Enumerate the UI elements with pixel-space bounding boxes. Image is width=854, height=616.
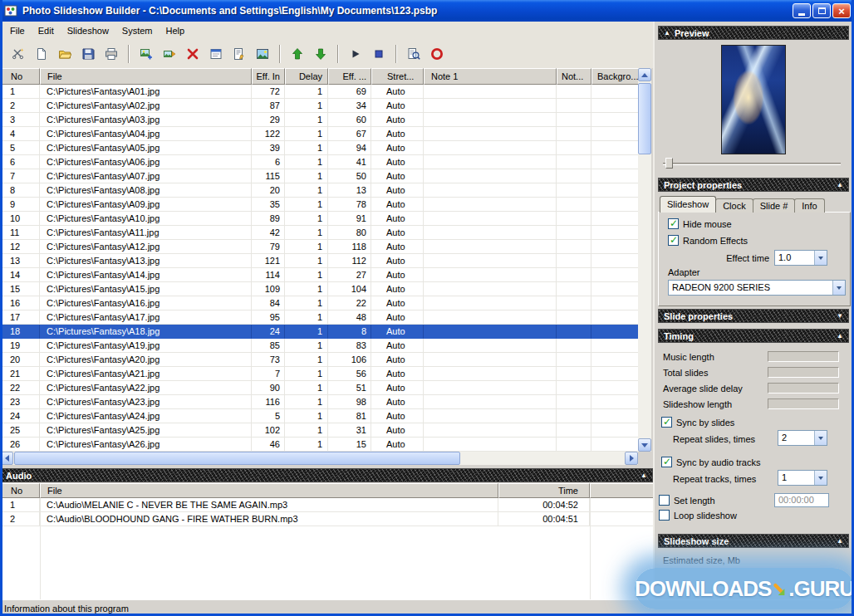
close-button[interactable]: ×: [832, 3, 851, 18]
audio-row[interactable]: 1C:\Audio\MELANIE C - NEVER BE THE SAME …: [0, 498, 653, 512]
abort-button[interactable]: [426, 44, 448, 64]
dropdown-arrow-icon[interactable]: [814, 251, 827, 265]
horizontal-scroll-thumb[interactable]: [14, 452, 460, 465]
new-slideshow-button[interactable]: [31, 44, 52, 64]
slide-row[interactable]: 25C:\Pictures\Fantasy\A25.jpg102131Auto: [0, 423, 638, 438]
slide-row[interactable]: 5C:\Pictures\Fantasy\A05.jpg39194Auto: [0, 141, 638, 155]
tab-slideshow[interactable]: Slideshow: [660, 196, 716, 213]
column-header-delay[interactable]: Delay: [285, 68, 328, 85]
tab-clock[interactable]: Clock: [715, 198, 753, 213]
audio-column-header-file[interactable]: File: [40, 483, 498, 498]
repeat-tracks-combo[interactable]: 1: [778, 470, 827, 486]
capture-image-button[interactable]: [159, 44, 180, 64]
maximize-button[interactable]: [812, 3, 831, 18]
repeat-slides-combo[interactable]: 2: [778, 430, 827, 446]
preview-button[interactable]: [403, 44, 425, 64]
slide-row[interactable]: 21C:\Pictures\Fantasy\A21.jpg7156Auto: [0, 367, 638, 381]
column-header-note1[interactable]: Note 1: [424, 68, 557, 85]
slide-row[interactable]: 7C:\Pictures\Fantasy\A07.jpg115150Auto: [0, 169, 638, 183]
slide-row[interactable]: 3C:\Pictures\Fantasy\A03.jpg29160Auto: [0, 113, 638, 127]
slideshow-size-header[interactable]: Slideshow size ▲: [658, 534, 849, 548]
slide-row[interactable]: 15C:\Pictures\Fantasy\A15.jpg1091104Auto: [0, 282, 638, 296]
slider-thumb[interactable]: [665, 158, 673, 169]
preview-slider[interactable]: [663, 156, 841, 169]
loop-slideshow-checkbox[interactable]: [659, 510, 670, 521]
slide-row[interactable]: 17C:\Pictures\Fantasy\A17.jpg95148Auto: [0, 310, 638, 325]
slide-row[interactable]: 8C:\Pictures\Fantasy\A08.jpg20113Auto: [0, 183, 638, 198]
add-images-button[interactable]: [135, 44, 157, 64]
slide-row[interactable]: 19C:\Pictures\Fantasy\A19.jpg85183Auto: [0, 339, 638, 353]
slide-row[interactable]: 22C:\Pictures\Fantasy\A22.jpg90151Auto: [0, 381, 638, 395]
save-button[interactable]: [77, 44, 99, 64]
column-header-stretch[interactable]: Stret...: [371, 68, 424, 85]
set-length-checkbox[interactable]: [659, 495, 670, 506]
minimize-button[interactable]: [793, 3, 811, 18]
menu-file[interactable]: File: [3, 23, 32, 38]
slide-row[interactable]: 1C:\Pictures\Fantasy\A01.jpg72169Auto: [0, 85, 638, 99]
scroll-down-button[interactable]: [638, 438, 651, 452]
dropdown-arrow-icon[interactable]: [832, 281, 845, 295]
timing-header[interactable]: Timing ▲: [658, 329, 849, 343]
vertical-scrollbar[interactable]: [638, 68, 651, 452]
audio-section-header[interactable]: Audio ▲: [0, 468, 653, 482]
slide-row[interactable]: 20C:\Pictures\Fantasy\A20.jpg731106Auto: [0, 353, 638, 367]
slide-row[interactable]: 2C:\Pictures\Fantasy\A02.jpg87134Auto: [0, 99, 638, 113]
dropdown-arrow-icon[interactable]: [814, 471, 827, 485]
slide-row[interactable]: 23C:\Pictures\Fantasy\A23.jpg116198Auto: [0, 395, 638, 409]
dropdown-arrow-icon[interactable]: [814, 431, 827, 445]
column-header-eff_out[interactable]: Eff. ...: [328, 68, 371, 85]
column-header-background[interactable]: Backgro...: [591, 68, 638, 85]
play-button[interactable]: [345, 44, 366, 64]
slide-row[interactable]: 11C:\Pictures\Fantasy\A11.jpg42180Auto: [0, 226, 638, 240]
edit-notes-button[interactable]: [228, 44, 250, 64]
slide-properties-header[interactable]: Slide properties ▼: [658, 309, 849, 323]
menu-slideshow[interactable]: Slideshow: [61, 23, 115, 38]
menu-help[interactable]: Help: [160, 23, 192, 38]
audio-column-header-time[interactable]: Time: [498, 483, 590, 498]
slide-row[interactable]: 13C:\Pictures\Fantasy\A13.jpg1211112Auto: [0, 254, 638, 268]
move-up-button[interactable]: [287, 44, 308, 64]
effect-time-combo[interactable]: 1.0: [774, 250, 827, 266]
stop-button[interactable]: [368, 44, 390, 64]
column-header-no[interactable]: No: [0, 68, 40, 85]
menu-system[interactable]: System: [115, 23, 160, 38]
new-project-wizard-button[interactable]: [7, 44, 29, 64]
audio-row[interactable]: 2C:\Audio\BLOODHOUND GANG - FIRE WATHER …: [0, 512, 653, 526]
adapter-combo[interactable]: RADEON 9200 SERIES: [668, 280, 846, 296]
open-button[interactable]: [54, 44, 76, 64]
export-button[interactable]: [101, 44, 122, 64]
sync-by-slides-checkbox[interactable]: [661, 417, 672, 428]
tab-info[interactable]: Info: [794, 198, 824, 213]
slide-row[interactable]: 6C:\Pictures\Fantasy\A06.jpg6141Auto: [0, 155, 638, 169]
random-effects-checkbox[interactable]: [668, 235, 679, 246]
column-header-note2[interactable]: Not...: [557, 68, 591, 85]
audio-column-header-no[interactable]: No: [0, 483, 40, 498]
horizontal-scrollbar[interactable]: [0, 452, 638, 465]
slider-track[interactable]: [663, 163, 841, 165]
set-length-input[interactable]: 00:00:00: [774, 493, 829, 507]
slide-row[interactable]: 9C:\Pictures\Fantasy\A09.jpg35178Auto: [0, 198, 638, 212]
preview-header[interactable]: ▲ Preview: [658, 26, 849, 40]
set-background-button[interactable]: [252, 44, 273, 64]
slide-row[interactable]: 24C:\Pictures\Fantasy\A24.jpg5181Auto: [0, 409, 638, 423]
slide-row[interactable]: 12C:\Pictures\Fantasy\A12.jpg791118Auto: [0, 240, 638, 254]
slide-row[interactable]: 18C:\Pictures\Fantasy\A18.jpg2418Auto: [0, 325, 638, 339]
hide-mouse-checkbox[interactable]: [668, 218, 679, 229]
column-header-eff_in[interactable]: Eff. In: [252, 68, 285, 85]
slide-row[interactable]: 16C:\Pictures\Fantasy\A16.jpg84122Auto: [0, 296, 638, 310]
slide-row[interactable]: 4C:\Pictures\Fantasy\A04.jpg122167Auto: [0, 127, 638, 141]
menu-edit[interactable]: Edit: [32, 23, 61, 38]
image-properties-button[interactable]: [205, 44, 227, 64]
tab-slide[interactable]: Slide #: [753, 198, 796, 213]
scroll-up-button[interactable]: [638, 68, 651, 81]
slide-row[interactable]: 14C:\Pictures\Fantasy\A14.jpg114127Auto: [0, 268, 638, 282]
slide-row[interactable]: 10C:\Pictures\Fantasy\A10.jpg89191Auto: [0, 212, 638, 226]
sync-by-audio-checkbox[interactable]: [661, 457, 672, 467]
scroll-left-button[interactable]: [0, 452, 13, 465]
delete-button[interactable]: [182, 44, 204, 64]
column-header-file[interactable]: File: [40, 68, 252, 85]
scroll-right-button[interactable]: [625, 452, 638, 465]
move-down-button[interactable]: [310, 44, 331, 64]
slide-row[interactable]: 26C:\Pictures\Fantasy\A26.jpg46115Auto: [0, 438, 638, 452]
vertical-scroll-thumb[interactable]: [638, 83, 651, 154]
